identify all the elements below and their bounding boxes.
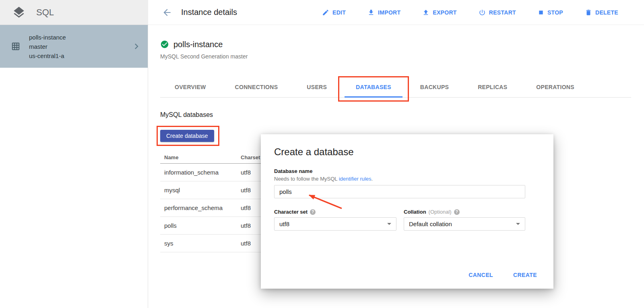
dialog-actions: CANCEL CREATE bbox=[466, 270, 539, 280]
instance-subtitle: MySQL Second Generation master bbox=[160, 53, 644, 60]
tab-databases[interactable]: DATABASES bbox=[341, 77, 406, 97]
sidebar: polls-instance master us-central1-a bbox=[0, 25, 148, 308]
db-name-cell: sys bbox=[160, 240, 241, 247]
db-name-cell: polls bbox=[160, 222, 241, 229]
back-arrow-icon bbox=[162, 7, 172, 18]
help-icon[interactable]: ? bbox=[454, 209, 460, 215]
grid-icon bbox=[11, 42, 20, 51]
import-button-label: IMPORT bbox=[378, 9, 400, 16]
dropdown-caret-icon bbox=[516, 223, 520, 225]
back-button[interactable] bbox=[160, 6, 174, 19]
page-title: Instance details bbox=[181, 8, 237, 17]
dialog-fields-row: Character set ? utf8 Collation (Optional… bbox=[274, 209, 539, 231]
help-text-suffix: . bbox=[372, 176, 373, 182]
instance-name: polls-instance bbox=[173, 40, 223, 49]
instance-heading: polls-instance bbox=[160, 40, 644, 49]
delete-icon bbox=[585, 9, 592, 16]
product-name: SQL bbox=[36, 7, 54, 18]
create-database-annotation-wrap: Create database bbox=[160, 130, 214, 142]
export-icon bbox=[422, 9, 429, 16]
tab-overview[interactable]: OVERVIEW bbox=[160, 77, 221, 97]
create-database-button[interactable]: Create database bbox=[160, 130, 214, 142]
db-charset-cell: utf8 bbox=[241, 169, 251, 176]
database-name-help: Needs to follow the MySQL identifier rul… bbox=[274, 176, 539, 182]
help-icon[interactable]: ? bbox=[310, 209, 316, 215]
tab-operations[interactable]: OPERATIONS bbox=[522, 77, 589, 97]
column-header-charset: Charset bbox=[241, 154, 260, 160]
help-text-prefix: Needs to follow the MySQL bbox=[274, 176, 339, 182]
export-button-label: EXPORT bbox=[433, 9, 456, 16]
instance-details-header: Instance details EDIT IMPORT EXPORT REST… bbox=[148, 0, 644, 25]
export-button[interactable]: EXPORT bbox=[422, 9, 456, 16]
db-charset-cell: utf8 bbox=[241, 187, 251, 194]
sidebar-item-polls-instance[interactable]: polls-instance master us-central1-a bbox=[0, 25, 148, 68]
tab-bar: OVERVIEW CONNECTIONS USERS DATABASES BAC… bbox=[160, 77, 631, 98]
tab-users[interactable]: USERS bbox=[292, 77, 341, 97]
cancel-button[interactable]: CANCEL bbox=[466, 270, 495, 280]
create-database-dialog: Create a database Database name Needs to… bbox=[261, 134, 553, 289]
restart-button-label: RESTART bbox=[489, 9, 516, 16]
tab-backups[interactable]: BACKUPS bbox=[406, 77, 463, 97]
charset-select[interactable]: utf8 bbox=[274, 217, 396, 231]
create-button[interactable]: CREATE bbox=[511, 270, 539, 280]
section-title: MySQL databases bbox=[160, 111, 644, 119]
charset-field: Character set ? utf8 bbox=[274, 209, 396, 231]
product-header: SQL bbox=[0, 0, 148, 25]
identifier-rules-link[interactable]: identifier rules bbox=[339, 176, 372, 182]
database-name-label: Database name bbox=[274, 168, 539, 174]
collation-select-value: Default collation bbox=[409, 221, 452, 227]
stop-button[interactable]: STOP bbox=[538, 9, 563, 16]
charset-label: Character set ? bbox=[274, 209, 396, 215]
sidebar-instance-zone: us-central1-a bbox=[29, 51, 131, 60]
header-actions: EDIT IMPORT EXPORT RESTART STOP bbox=[322, 9, 618, 16]
db-charset-cell: utf8 bbox=[241, 240, 251, 247]
import-icon bbox=[367, 9, 375, 16]
restart-icon bbox=[479, 9, 486, 16]
tab-connections[interactable]: CONNECTIONS bbox=[221, 77, 293, 97]
sidebar-instance-name: polls-instance bbox=[29, 33, 131, 42]
db-name-cell: information_schema bbox=[160, 169, 241, 176]
delete-button-label: DELETE bbox=[595, 9, 618, 16]
tab-replicas[interactable]: REPLICAS bbox=[463, 77, 522, 97]
db-charset-cell: utf8 bbox=[241, 222, 251, 229]
dialog-title: Create a database bbox=[274, 146, 539, 158]
edit-button[interactable]: EDIT bbox=[322, 9, 346, 16]
sidebar-item-text: polls-instance master us-central1-a bbox=[29, 33, 131, 60]
db-name-cell: performance_schema bbox=[160, 204, 241, 211]
sidebar-instance-role: master bbox=[29, 42, 131, 51]
cloud-sql-logo-icon bbox=[12, 6, 26, 19]
restart-button[interactable]: RESTART bbox=[479, 9, 516, 16]
collation-label: Collation (Optional) ? bbox=[404, 209, 525, 215]
dropdown-caret-icon bbox=[387, 223, 391, 225]
charset-select-value: utf8 bbox=[279, 221, 289, 227]
db-charset-cell: utf8 bbox=[241, 204, 251, 211]
db-name-cell: mysql bbox=[160, 187, 241, 194]
import-button[interactable]: IMPORT bbox=[367, 9, 400, 16]
pencil-icon bbox=[322, 9, 329, 16]
chevron-right-icon bbox=[131, 41, 142, 52]
collation-select[interactable]: Default collation bbox=[404, 217, 525, 231]
edit-button-label: EDIT bbox=[332, 9, 346, 16]
collation-field: Collation (Optional) ? Default collation bbox=[404, 209, 525, 231]
database-name-input[interactable] bbox=[274, 185, 525, 198]
delete-button[interactable]: DELETE bbox=[585, 9, 618, 16]
collation-optional-label: (Optional) bbox=[429, 209, 452, 215]
stop-button-label: STOP bbox=[547, 9, 563, 16]
check-circle-icon bbox=[160, 40, 169, 49]
stop-icon bbox=[538, 9, 544, 16]
column-header-name: Name bbox=[160, 154, 241, 160]
